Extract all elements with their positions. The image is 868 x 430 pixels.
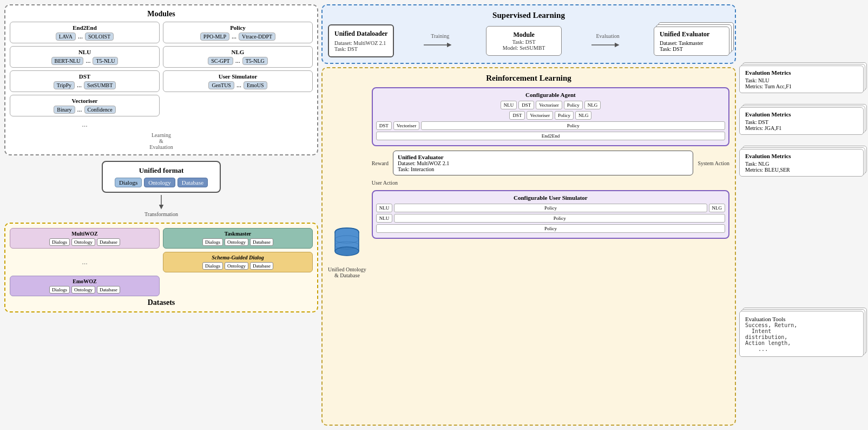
agent-row-4: End2End <box>376 132 725 140</box>
module-end2end: End2End LAVA ... SOLOIST <box>10 22 160 43</box>
dtag-ew-database: Database <box>97 286 120 294</box>
dtag-sg-dialogs: Dialogs <box>202 262 223 270</box>
eval-metrics-2: Evalution Metrics Task: DST Metrics: JGA… <box>739 107 864 135</box>
us-pol1: Policy <box>394 204 707 212</box>
dtag-mw-ontology: Ontology <box>71 238 95 246</box>
transformation-label: Transformation <box>144 211 178 217</box>
us-row-1: NLU Policy NLG <box>376 204 725 212</box>
system-action-label: System Action <box>698 160 729 166</box>
sl-arrows: Training <box>424 33 456 49</box>
sl-evaluator-title: Unified Evaluator <box>660 30 724 38</box>
sl-dataloader-task: Task: DST <box>334 46 387 52</box>
eval-metrics-3-stacked: Evalution Metrics Task: NLG Metrics: BLE… <box>739 149 864 177</box>
dataset-multiwoz: MultiWOZ Dialogs Ontology Database <box>10 228 160 249</box>
tag-ppo-mlp: PPO-MLP <box>200 32 229 41</box>
tag-gentus: GenTUS <box>208 81 234 89</box>
modules-title: Modules <box>10 10 313 18</box>
ac-dst1: DST <box>518 101 534 109</box>
sl-module-title: Module <box>493 31 555 39</box>
sl-inner: Unified Dataloader Dataset: MultiWOZ 2.1… <box>328 24 729 57</box>
em2-task: Task: DST <box>745 119 858 125</box>
dst-title: DST <box>14 73 156 80</box>
tag-confidence: Confidence <box>84 106 116 114</box>
module-vectoriser: Vectoriser Binary ... Confidence <box>10 95 160 116</box>
tag-dots-nlu: ... <box>86 57 90 65</box>
uf-tags: Dialogs Ontology Database <box>107 178 215 187</box>
dtag-sg-ontology: Ontology <box>225 262 248 270</box>
em3-task: Task: NLG <box>745 161 858 167</box>
supervised-learning-box: Supervised Learning Unified Dataloader D… <box>321 4 736 64</box>
rl-title: Reinforcement Learning <box>328 74 729 83</box>
vectoriser-tags: Binary ... Confidence <box>14 106 156 114</box>
modules-right: Policy PPO-MLP ... Vtrace-DDPT NLG SC-GP… <box>163 22 313 129</box>
eval-metrics-section: Evalution Metrics Task: NLU Metrics: Tur… <box>739 66 864 183</box>
taskmaster-title: Taskmaster <box>167 231 309 237</box>
dtag-tm-dialogs: Dialogs <box>202 238 223 246</box>
ac-nlg2: NLG <box>575 111 592 120</box>
agent-row-2: DST Vectoriser Policy NLG <box>376 111 725 120</box>
unified-format-section: Unified format Dialogs Ontology Database… <box>4 161 318 217</box>
ac-vec2: Vectoriser <box>527 111 553 120</box>
policy-tags: PPO-MLP ... Vtrace-DDPT <box>167 32 309 41</box>
em3-title: Evalution Metrics <box>745 153 858 159</box>
em2-metrics: Metrics: JGA,F1 <box>745 125 858 131</box>
emowoz-title: EmoWOZ <box>14 278 156 284</box>
sl-dataloader-box: Unified Dataloader Dataset: MultiWOZ 2.1… <box>328 24 394 57</box>
us-nlu1: NLU <box>376 204 393 212</box>
modules-dots-left: ... <box>10 120 160 129</box>
agent-row-3: DST Vectoriser Policy <box>376 121 725 130</box>
policy-title: Policy <box>167 24 309 31</box>
end2end-title: End2End <box>14 24 156 31</box>
ac-e2e: End2End <box>376 132 725 140</box>
agent-row-1: NLU DST Vectoriser Policy NLG <box>376 101 725 109</box>
dtag-ew-dialogs: Dialogs <box>49 286 70 294</box>
module-nlu: NLU BERT-NLU ... T5-NLU <box>10 46 160 68</box>
ac-pol3: Policy <box>421 121 725 130</box>
modules-left: End2End LAVA ... SOLOIST NLU BERT-NLU ..… <box>10 22 160 129</box>
ac-vec3: Vectoriser <box>393 121 419 130</box>
module-policy: Policy PPO-MLP ... Vtrace-DDPT <box>163 22 313 43</box>
sl-title: Supervised Learning <box>328 11 729 20</box>
tag-setsumbt: SetSUMBT <box>84 81 116 89</box>
database-icon <box>332 226 362 261</box>
center-panel: Supervised Learning Unified Dataloader D… <box>321 4 736 426</box>
sl-dataloader-dataset: Dataset: MultiWOZ 2.1 <box>334 40 387 46</box>
cu-title: Configurable User Simulator <box>376 194 725 201</box>
db-label: Unified Ontology& Database <box>328 266 366 278</box>
right-panel: Evalution Metrics Task: NLU Metrics: Tur… <box>739 4 864 426</box>
ac-nlg1: NLG <box>584 101 601 109</box>
eval-metrics-1: Evalution Metrics Task: NLU Metrics: Tur… <box>739 66 864 93</box>
et-content: Success, Return, Intent distribution, Ac… <box>745 322 858 352</box>
tag-lava: LAVA <box>56 32 76 41</box>
tag-bert-nlu: BERT-NLU <box>51 57 84 65</box>
tag-sc-gpt: SC-GPT <box>208 57 233 65</box>
datasets-dots-middle: ... <box>10 252 160 272</box>
reward-label: Reward <box>372 160 389 166</box>
configurable-agent-box: Configurable Agent NLU DST Vectoriser Po… <box>372 87 729 146</box>
end2end-tags: LAVA ... SOLOIST <box>14 32 156 41</box>
em1-task: Task: NLU <box>745 77 858 83</box>
reinforcement-learning-box: Reinforcement Learning Unif <box>321 67 736 426</box>
learning-eval-label: Learning&Evaluation <box>10 132 313 150</box>
module-nlg: NLG SC-GPT ... T5-NLG <box>163 46 313 68</box>
taskmaster-tags: Dialogs Ontology Database <box>167 238 309 246</box>
sl-module-box: Module Task: DST Model: SetSUMBT <box>486 26 562 56</box>
rl-eval-task: Task: Interaction <box>398 166 688 172</box>
us-row-3: Policy <box>376 224 725 233</box>
uf-tag-dialogs: Dialogs <box>115 178 142 187</box>
dst-tags: TripPy ... SetSUMBT <box>14 81 156 89</box>
unified-format-title: Unified format <box>107 166 215 175</box>
us-pol2: Policy <box>394 214 725 223</box>
sl-module-model: Model: SetSUMBT <box>493 45 555 51</box>
nlg-tags: SC-GPT ... T5-NLG <box>167 57 309 65</box>
module-dst: DST TripPy ... SetSUMBT <box>10 70 160 92</box>
ac-pol1: Policy <box>564 101 583 109</box>
modules-inner: End2End LAVA ... SOLOIST NLU BERT-NLU ..… <box>10 22 313 129</box>
tag-dots-policy: ... <box>232 32 236 41</box>
ac-pol2: Policy <box>555 111 574 120</box>
emowoz-tags: Dialogs Ontology Database <box>14 286 156 294</box>
tag-dots-dst: ... <box>77 81 82 89</box>
multiwoz-tags: Dialogs Ontology Database <box>14 238 156 246</box>
user-action-label: User Action <box>372 180 729 186</box>
em3-metrics: Metrics: BLEU,SER <box>745 167 858 173</box>
